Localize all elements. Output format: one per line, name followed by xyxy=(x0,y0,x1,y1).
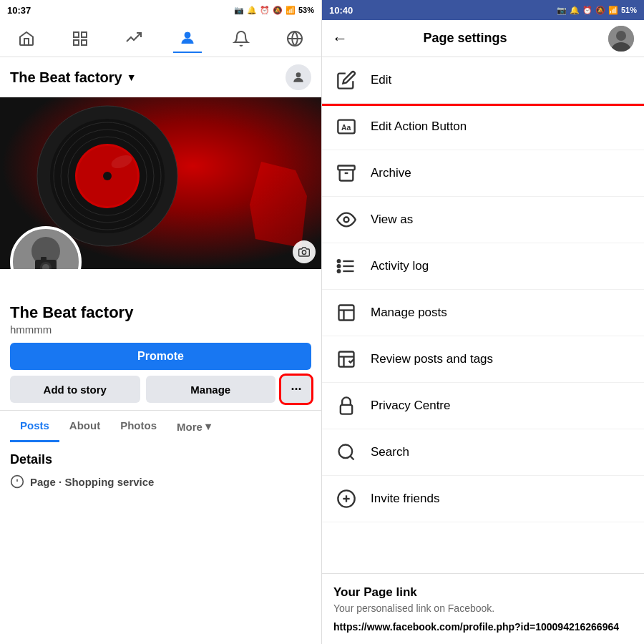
info-icon xyxy=(10,474,24,489)
svg-rect-47 xyxy=(341,405,352,414)
menu-list: Edit Aa Edit Action Button Archive View … xyxy=(322,57,644,573)
secondary-actions: Add to story Manage ··· xyxy=(10,376,311,403)
details-type-text: Page · Shopping service xyxy=(30,476,154,488)
nav-ads[interactable] xyxy=(119,24,148,53)
svg-point-14 xyxy=(103,172,112,180)
tab-photos[interactable]: Photos xyxy=(110,411,167,442)
profile-avatar-svg xyxy=(14,230,78,269)
nav-pages[interactable] xyxy=(66,24,94,53)
status-bar-right: 10:40 📷 🔔 ⏰ 🔕 📶 51% xyxy=(322,0,644,20)
menu-item-invite-friends[interactable]: Invite friends xyxy=(322,476,644,522)
manage-posts-icon xyxy=(333,300,359,326)
page-link-title: Your Page link xyxy=(333,585,633,600)
nav-bar xyxy=(0,20,321,57)
menu-item-view-as[interactable]: View as xyxy=(322,197,644,243)
svg-point-6 xyxy=(296,72,301,77)
svg-point-38 xyxy=(338,260,341,263)
svg-point-39 xyxy=(338,265,341,268)
nav-home[interactable] xyxy=(12,24,41,53)
activity-log-label: Activity log xyxy=(371,259,429,273)
tab-more[interactable]: More ▾ xyxy=(167,411,221,441)
menu-item-search[interactable]: Search xyxy=(322,429,644,476)
svg-rect-3 xyxy=(82,40,87,45)
more-options-button[interactable]: ··· xyxy=(281,376,311,403)
battery-right: 51% xyxy=(621,6,637,14)
svg-point-40 xyxy=(338,270,341,273)
svg-point-16 xyxy=(302,250,306,254)
details-section: Details Page · Shopping service xyxy=(0,442,321,503)
text-aa-icon: Aa xyxy=(333,114,359,140)
svg-rect-41 xyxy=(339,306,354,321)
page-title-row: The Beat factory ▼ xyxy=(10,69,137,86)
tab-posts[interactable]: Posts xyxy=(10,411,59,442)
details-row: Page · Shopping service xyxy=(10,474,311,489)
pencil-icon xyxy=(333,67,359,93)
edit-action-label: Edit Action Button xyxy=(371,119,467,134)
svg-point-4 xyxy=(185,32,190,38)
profile-bio: hmmmm xyxy=(10,323,311,336)
nav-globe[interactable] xyxy=(280,24,309,53)
invite-friends-label: Invite friends xyxy=(371,492,439,506)
archive-icon xyxy=(333,160,359,186)
promote-button[interactable]: Promote xyxy=(10,343,311,370)
archive-label: Archive xyxy=(371,166,411,180)
search-icon xyxy=(333,439,359,465)
user-icon-button[interactable] xyxy=(286,64,311,90)
search-label: Search xyxy=(371,445,409,459)
time-right: 10:40 xyxy=(329,5,353,16)
page-header: The Beat factory ▼ xyxy=(0,57,321,97)
settings-avatar xyxy=(608,26,634,52)
menu-item-review-posts[interactable]: Review posts and tags xyxy=(322,336,644,383)
more-chevron-icon: ▾ xyxy=(205,420,211,433)
time-left: 10:37 xyxy=(7,5,31,16)
review-posts-label: Review posts and tags xyxy=(371,352,493,366)
settings-header: ← Page settings xyxy=(322,20,644,57)
manage-posts-label: Manage posts xyxy=(371,306,447,320)
svg-text:Aa: Aa xyxy=(341,123,351,132)
settings-title: Page settings xyxy=(359,31,571,46)
action-buttons: Promote Add to story Manage ··· xyxy=(0,343,321,410)
profile-info: The Beat factory hmmmm xyxy=(0,303,321,343)
svg-rect-2 xyxy=(74,40,79,45)
edit-label: Edit xyxy=(371,73,391,87)
battery-left: 53% xyxy=(298,6,314,14)
page-type: Page xyxy=(30,476,56,488)
privacy-label: Privacy Centre xyxy=(371,399,450,413)
menu-item-activity-log[interactable]: Activity log xyxy=(322,243,644,290)
nav-profile[interactable] xyxy=(173,24,202,53)
page-link-url[interactable]: https://www.facebook.com/profile.php?id=… xyxy=(333,621,633,633)
status-bar-left: 10:37 📷 🔔 ⏰ 🔕 📶 53% xyxy=(0,0,321,20)
menu-item-archive[interactable]: Archive xyxy=(322,150,644,197)
paint-splash xyxy=(250,162,307,248)
page-link-section: Your Page link Your personalised link on… xyxy=(322,573,644,644)
back-button[interactable]: ← xyxy=(332,29,348,48)
tab-about[interactable]: About xyxy=(59,411,110,442)
menu-item-edit-action[interactable]: Aa Edit Action Button xyxy=(322,104,644,150)
page-category: Shopping service xyxy=(64,476,154,488)
page-dropdown-arrow[interactable]: ▼ xyxy=(127,72,137,83)
cover-camera-button[interactable] xyxy=(293,240,316,263)
add-to-story-button[interactable]: Add to story xyxy=(10,376,140,403)
svg-point-48 xyxy=(339,445,353,459)
status-icons-right: 📷 🔔 ⏰ 🔕 📶 51% xyxy=(557,6,637,15)
manage-button[interactable]: Manage xyxy=(146,376,276,403)
svg-point-29 xyxy=(616,31,626,41)
details-title: Details xyxy=(10,452,311,467)
view-as-label: View as xyxy=(371,213,413,227)
page-link-description: Your personalised link on Facebook. xyxy=(333,602,633,614)
svg-point-34 xyxy=(344,218,349,223)
menu-item-manage-posts[interactable]: Manage posts xyxy=(322,290,644,336)
profile-pic-wrapper xyxy=(10,226,82,269)
svg-rect-32 xyxy=(338,166,354,170)
menu-item-edit[interactable]: Edit xyxy=(322,57,644,104)
eye-icon xyxy=(333,207,359,233)
nav-bell[interactable] xyxy=(227,24,255,53)
more-tab-label: More xyxy=(177,421,203,433)
cover-photo xyxy=(0,97,321,269)
tabs-bar: Posts About Photos More ▾ xyxy=(0,410,321,442)
profile-picture xyxy=(10,226,82,269)
profile-name: The Beat factory xyxy=(10,303,311,322)
svg-rect-44 xyxy=(339,352,354,367)
page-title: The Beat factory xyxy=(10,69,122,86)
menu-item-privacy[interactable]: Privacy Centre xyxy=(322,383,644,429)
